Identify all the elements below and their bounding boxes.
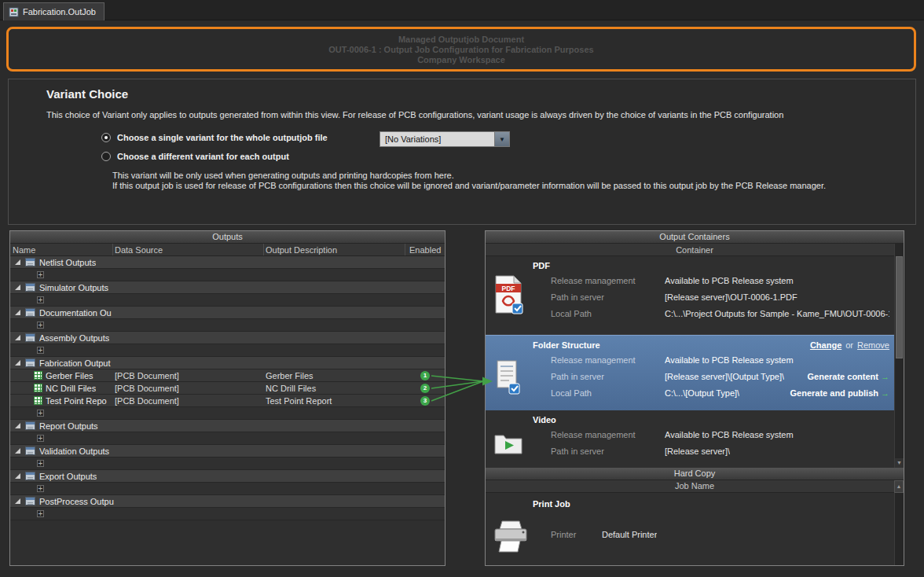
add-output-button[interactable]: + xyxy=(10,407,445,420)
container-pdf[interactable]: PDF PDF Release management Available to … xyxy=(486,256,904,335)
action-label: Generate content xyxy=(808,372,878,381)
scrollbar-thumb[interactable] xyxy=(896,256,903,358)
enabled-order-badge[interactable]: 3 xyxy=(420,396,430,406)
output-group-name: Fabrication Output xyxy=(39,358,111,368)
add-output-button[interactable]: + xyxy=(10,344,445,357)
container-row: Path in server [Release server]\[Output … xyxy=(486,368,904,384)
remove-link[interactable]: Remove xyxy=(857,340,889,350)
expand-triangle-icon[interactable] xyxy=(15,423,20,428)
banner-line2: OUT-0006-1 : Output Job Configuration fo… xyxy=(328,45,593,54)
add-output-button[interactable]: + xyxy=(10,432,445,445)
generate-and-publish-button[interactable]: Generate and publish→ xyxy=(790,388,889,398)
variant-choice-description: This choice of Variant only applies to o… xyxy=(46,110,783,119)
expand-triangle-icon[interactable] xyxy=(15,259,20,265)
printer-value: Default Printer xyxy=(602,530,657,539)
folder-structure-icon xyxy=(495,359,522,397)
banner-line3: Company Workspace xyxy=(417,55,505,64)
add-output-button[interactable]: + xyxy=(10,319,445,332)
output-group-simulator[interactable]: Simulator Outputs xyxy=(10,281,445,294)
video-title-row: Video xyxy=(486,410,904,426)
add-icon: + xyxy=(37,460,44,467)
output-group-fabrication[interactable]: Fabrication Output xyxy=(10,357,445,369)
variant-dropdown[interactable]: [No Variations] ▼ xyxy=(380,131,510,147)
video-container-icon xyxy=(493,431,523,456)
enabled-cell: 2 xyxy=(405,384,445,393)
output-group-postprocess[interactable]: PostProcess Outpu xyxy=(10,495,445,508)
output-group-icon xyxy=(25,358,35,367)
container-folder-structure[interactable]: Folder Structure Change or Remove Releas… xyxy=(486,335,904,410)
scrollbar-down-arrow[interactable]: ▼ xyxy=(895,458,904,468)
add-icon: + xyxy=(37,322,44,329)
enabled-cell: 1 xyxy=(405,371,445,380)
output-group-name: Export Outputs xyxy=(39,472,97,481)
container-title: Print Job xyxy=(533,499,570,509)
output-group-icon xyxy=(25,472,35,480)
output-group-icon xyxy=(25,283,35,292)
output-group-name: Netlist Outputs xyxy=(39,258,96,267)
change-link[interactable]: Change xyxy=(810,340,842,350)
expand-triangle-icon[interactable] xyxy=(15,473,20,479)
expand-triangle-icon[interactable] xyxy=(15,310,20,315)
output-group-name: Assembly Outputs xyxy=(39,333,109,343)
add-icon: + xyxy=(37,271,44,278)
variant-note-line2: If this output job is used for release o… xyxy=(112,181,826,191)
output-description: Test Point Report xyxy=(264,396,405,406)
output-test-point-report[interactable]: Test Point Repo [PCB Document] Test Poin… xyxy=(10,395,445,407)
chevron-down-icon[interactable]: ▼ xyxy=(494,132,509,146)
output-group-assembly[interactable]: Assembly Outputs xyxy=(10,332,445,344)
radio-single-variant-label: Choose a single variant for the whole ou… xyxy=(117,133,328,142)
output-group-documentation[interactable]: Documentation Ou xyxy=(10,307,445,319)
outputs-panel: Outputs Name Data Source Output Descript… xyxy=(9,230,446,566)
container-row: Printer Default Printer xyxy=(486,526,904,542)
variant-note-line1: This variant will be only used when gene… xyxy=(112,171,826,181)
document-tab[interactable]: Fabrication.OutJob xyxy=(3,2,104,20)
row-value: Available to PCB Release system xyxy=(665,430,794,439)
container-column-header: Container xyxy=(486,244,904,256)
expand-triangle-icon[interactable] xyxy=(15,448,20,454)
outputs-rows: Netlist Outputs + Simulator Outputs + Do… xyxy=(10,256,445,520)
add-output-button[interactable]: + xyxy=(10,294,445,307)
containers-scrollbar[interactable]: ▼ xyxy=(894,244,904,468)
column-header-data-source: Data Source xyxy=(113,244,264,255)
managed-outputjob-banner: Managed Outputjob Document OUT-0006-1 : … xyxy=(6,27,916,72)
output-name: NC Drill Files xyxy=(46,384,96,393)
job-name-column-header: Job Name xyxy=(486,480,904,493)
add-output-button[interactable]: + xyxy=(10,458,445,470)
radio-variant-per-output[interactable] xyxy=(101,152,111,161)
add-output-button[interactable]: + xyxy=(10,508,445,520)
container-video[interactable]: Video Release management Available to PC… xyxy=(486,410,904,468)
enabled-order-badge[interactable]: 1 xyxy=(420,371,430,380)
nc-drill-icon xyxy=(34,384,42,392)
generate-content-button[interactable]: Generate content→ xyxy=(808,372,889,381)
add-output-button[interactable]: + xyxy=(10,483,445,495)
row-value: Available to PCB Release system xyxy=(665,276,794,285)
hardcopy-scrollbar-track[interactable] xyxy=(894,493,904,565)
output-group-icon xyxy=(25,308,35,317)
output-data-source: [PCB Document] xyxy=(113,396,264,406)
expand-triangle-icon[interactable] xyxy=(15,498,20,504)
enabled-cell: 3 xyxy=(405,396,445,406)
radio-single-variant[interactable] xyxy=(101,133,111,142)
variant-choice-title: Variant Choice xyxy=(46,87,128,101)
add-output-button[interactable]: + xyxy=(10,269,445,281)
document-tab-bar: Fabrication.OutJob xyxy=(0,0,924,20)
hardcopy-scroll-up-arrow[interactable]: ▲ xyxy=(894,480,904,493)
row-label: Path in server xyxy=(551,372,665,381)
expand-triangle-icon[interactable] xyxy=(15,285,20,290)
radio-variant-per-output-label: Choose a different variant for each outp… xyxy=(117,152,289,161)
expand-triangle-icon[interactable] xyxy=(15,360,20,366)
output-group-report[interactable]: Report Outputs xyxy=(10,420,445,432)
green-arrow-icon: → xyxy=(881,372,889,381)
row-label: Release management xyxy=(551,430,665,439)
container-print-job[interactable]: Print Job Printer Default Printer xyxy=(486,493,904,565)
output-containers-panel: Output Containers Container PDF PDF Rele… xyxy=(485,230,904,566)
output-group-export[interactable]: Export Outputs xyxy=(10,470,445,483)
container-title: Video xyxy=(533,415,556,424)
output-group-validation[interactable]: Validation Outputs xyxy=(10,445,445,458)
output-group-netlist[interactable]: Netlist Outputs xyxy=(10,256,445,269)
output-gerber-files[interactable]: Gerber Files [PCB Document] Gerber Files… xyxy=(10,369,445,382)
expand-triangle-icon[interactable] xyxy=(15,335,20,340)
output-nc-drill-files[interactable]: NC Drill Files [PCB Document] NC Drill F… xyxy=(10,382,445,395)
name-cell: NC Drill Files xyxy=(10,384,113,393)
enabled-order-badge[interactable]: 2 xyxy=(420,384,430,393)
